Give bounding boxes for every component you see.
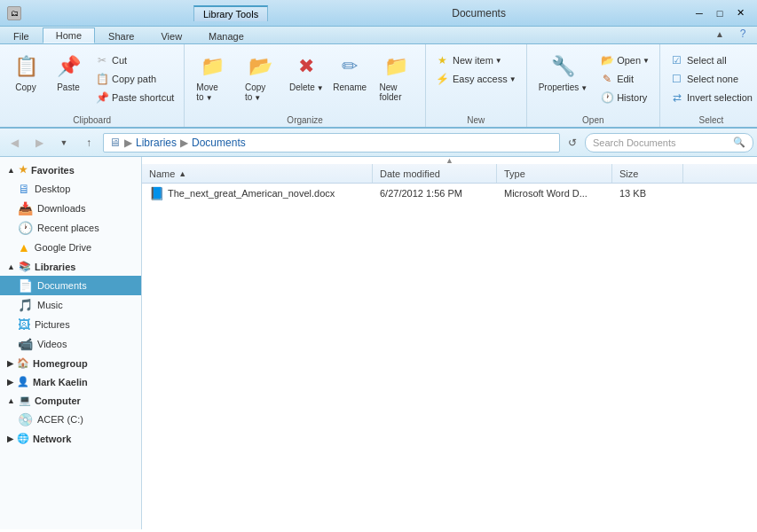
ribbon-expand-btn[interactable]: ▲ (709, 24, 730, 43)
sidebar-item-music[interactable]: 🎵 Music (0, 295, 141, 315)
new-folder-button[interactable]: 📁 New folder (373, 48, 420, 106)
tab-manage[interactable]: Manage (195, 27, 257, 43)
paste-button[interactable]: 📌 Paste (48, 48, 89, 97)
forward-button[interactable]: ▶ (28, 133, 50, 153)
column-name[interactable]: Name ▲ (142, 164, 373, 183)
new-group-label: New (467, 113, 485, 125)
open-button[interactable]: 📂 Open ▼ (595, 51, 654, 69)
title-bar: 🗂 Library Tools Documents ─ □ ✕ (0, 0, 757, 27)
copy-to-button[interactable]: 📂 Copy to▼ (239, 48, 283, 106)
sidebar-section-libraries[interactable]: ▲ 📚 Libraries (0, 257, 141, 276)
tab-file[interactable]: File (0, 27, 43, 43)
open-group-label: Open (582, 113, 603, 125)
select-none-icon: ☐ (670, 72, 684, 86)
quick-access-icon[interactable]: 🗂 (7, 6, 21, 20)
select-all-button[interactable]: ☑ Select all (666, 51, 757, 69)
new-folder-icon: 📁 (382, 52, 411, 81)
copy-path-icon: 📋 (95, 72, 109, 86)
properties-chevron: ▼ (580, 84, 587, 92)
sidebar-item-documents[interactable]: 📄 Documents (0, 276, 141, 295)
sidebar-section-computer[interactable]: ▲ 💻 Computer (0, 391, 141, 410)
cut-button[interactable]: ✂ Cut (91, 51, 178, 69)
paste-icon: 📌 (54, 52, 83, 81)
address-computer-icon: 🖥 (109, 136, 121, 149)
table-row[interactable]: 📘 The_next_great_American_novel.docx 6/2… (142, 184, 757, 203)
breadcrumb-separator-1: ▶ (124, 137, 132, 149)
rename-button[interactable]: ✏ Rename (330, 48, 369, 97)
back-button[interactable]: ◀ (4, 133, 25, 153)
name-sort-arrow: ▲ (178, 169, 186, 178)
sidebar-item-videos[interactable]: 📹 Videos (0, 334, 141, 354)
invert-selection-icon: ⇄ (670, 90, 684, 105)
history-button[interactable]: 🕐 History (595, 89, 654, 106)
help-btn[interactable]: ? (732, 24, 753, 43)
select-all-icon: ☑ (670, 53, 684, 67)
open-content: 🔧 Properties▼ 📂 Open ▼ ✎ Edit 🕐 History (532, 48, 654, 113)
new-col: ★ New item ▼ ⚡ Easy access ▼ (431, 51, 521, 88)
search-box[interactable]: Search Documents 🔍 (585, 133, 753, 153)
move-to-button[interactable]: 📁 Move to▼ (190, 48, 235, 106)
sidebar-section-network[interactable]: ▶ 🌐 Network (0, 429, 141, 448)
copy-icon: 📋 (12, 52, 40, 81)
refresh-button[interactable]: ↺ (564, 133, 581, 153)
search-icon[interactable]: 🔍 (733, 137, 745, 148)
recent-locations-button[interactable]: ▼ (53, 133, 75, 153)
column-size[interactable]: Size (612, 164, 683, 183)
select-content: ☑ Select all ☐ Select none ⇄ Invert sele… (666, 48, 757, 113)
move-to-icon: 📁 (199, 52, 227, 81)
close-button[interactable]: ✕ (730, 4, 750, 22)
properties-icon: 🔧 (548, 52, 577, 81)
sidebar-section-mark-kaelin[interactable]: ▶ 👤 Mark Kaelin (0, 372, 141, 391)
tab-share[interactable]: Share (95, 27, 147, 43)
file-type-cell: Microsoft Word D... (497, 184, 612, 203)
delete-button[interactable]: ✖ Delete▼ (287, 48, 327, 97)
copy-button[interactable]: 📋 Copy (5, 48, 46, 97)
select-label: Select (699, 113, 724, 125)
maximize-button[interactable]: □ (710, 4, 729, 22)
sidebar-section-homegroup[interactable]: ▶ 🏠 Homegroup (0, 354, 141, 372)
rename-icon: ✏ (335, 52, 364, 81)
ribbon-group-new: ★ New item ▼ ⚡ Easy access ▼ New (426, 44, 527, 127)
copy-path-button[interactable]: 📋 Copy path (91, 70, 178, 88)
sidebar-item-acer-c[interactable]: 💿 ACER (C:) (0, 410, 141, 429)
file-size-cell: 13 KB (612, 184, 683, 203)
sidebar: ▲ ★ Favorites 🖥 Desktop 📥 Downloads 🕐 Re… (0, 157, 142, 529)
breadcrumb-libraries[interactable]: Libraries (136, 137, 177, 149)
open-icon: 📂 (600, 53, 614, 67)
sidebar-item-desktop[interactable]: 🖥 Desktop (0, 179, 141, 199)
clipboard-content: 📋 Copy 📌 Paste ✂ Cut 📋 Copy path 📌 (5, 48, 178, 113)
edit-button[interactable]: ✎ Edit (595, 70, 654, 88)
column-date-modified[interactable]: Date modified (373, 164, 497, 183)
invert-selection-button[interactable]: ⇄ Invert selection (666, 89, 757, 106)
select-none-button[interactable]: ☐ Select none (666, 70, 757, 88)
ribbon-group-select: ☑ Select all ☐ Select none ⇄ Invert sele… (660, 44, 757, 127)
main-layout: ▲ ★ Favorites 🖥 Desktop 📥 Downloads 🕐 Re… (0, 157, 757, 529)
tab-view[interactable]: View (147, 27, 195, 43)
new-item-button[interactable]: ★ New item ▼ (431, 51, 521, 69)
sidebar-item-downloads[interactable]: 📥 Downloads (0, 199, 141, 218)
favorites-expand-icon: ▲ (7, 166, 15, 175)
sidebar-section-favorites[interactable]: ▲ ★ Favorites (0, 160, 141, 179)
up-button[interactable]: ↑ (78, 133, 99, 153)
music-icon: 🎵 (18, 298, 33, 312)
library-tools-tab-label: Library Tools (193, 5, 268, 21)
file-date-cell: 6/27/2012 1:56 PM (373, 184, 497, 203)
sidebar-item-pictures[interactable]: 🖼 Pictures (0, 315, 141, 334)
computer-expand-icon: ▲ (7, 396, 15, 405)
network-label: Network (33, 434, 71, 444)
computer-label: Computer (35, 395, 81, 406)
paste-shortcut-button[interactable]: 📌 Paste shortcut (91, 89, 178, 106)
address-path[interactable]: 🖥 ▶ Libraries ▶ Documents (103, 133, 560, 153)
sidebar-item-google-drive[interactable]: ▲ Google Drive (0, 238, 141, 257)
delete-icon: ✖ (292, 52, 320, 81)
column-type[interactable]: Type (497, 164, 612, 183)
easy-access-button[interactable]: ⚡ Easy access ▼ (431, 70, 521, 88)
libraries-icon: 📚 (19, 261, 31, 272)
libraries-label: Libraries (35, 262, 75, 272)
address-bar: ◀ ▶ ▼ ↑ 🖥 ▶ Libraries ▶ Documents ↺ Sear… (0, 129, 757, 157)
tab-home[interactable]: Home (43, 27, 95, 43)
breadcrumb-documents[interactable]: Documents (192, 137, 246, 149)
minimize-button[interactable]: ─ (690, 4, 709, 22)
properties-button[interactable]: 🔧 Properties▼ (532, 48, 595, 97)
sidebar-item-recent-places[interactable]: 🕐 Recent places (0, 218, 141, 238)
